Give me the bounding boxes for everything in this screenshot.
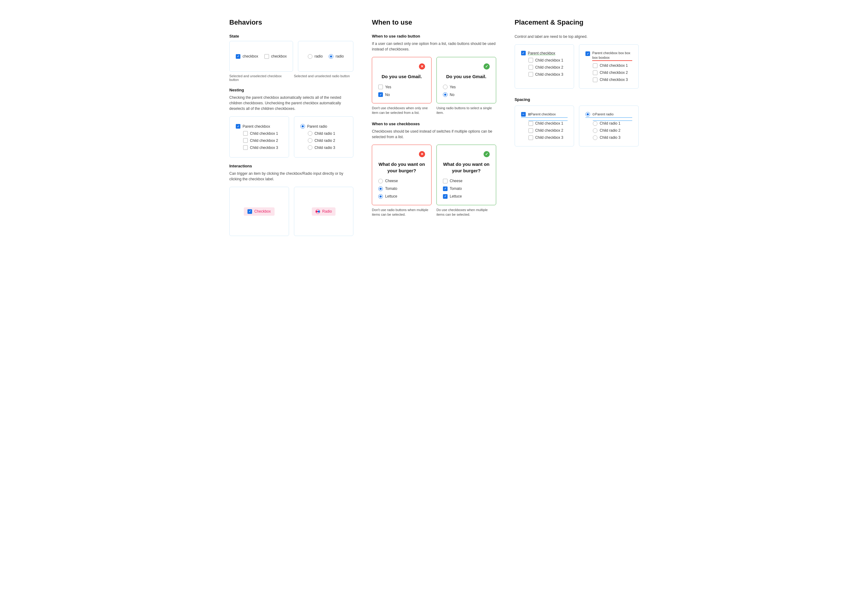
radio-bad-caption: Don't use checkboxes when only one item … (372, 106, 431, 115)
bad-yes[interactable]: Yes (378, 85, 425, 89)
spacing-child-cb-3[interactable]: Child checkbox 3 (528, 135, 568, 140)
placement-child-cb-3-label: Child checkbox 3 (535, 72, 563, 77)
good-cheese-icon[interactable] (443, 179, 448, 183)
radio-selected-label: radio (335, 54, 344, 59)
placement-overflow-child-2[interactable]: Child checkbox 2 (593, 70, 632, 75)
child-radio-2-icon[interactable] (308, 138, 313, 143)
radio-bad-header: ✕ (378, 64, 425, 70)
placement-child-cb-3[interactable]: Child checkbox 3 (528, 72, 568, 77)
bad-no-icon[interactable] (378, 92, 383, 97)
bad-lettuce-icon[interactable] (378, 194, 383, 199)
placement-child-cb-2[interactable]: Child checkbox 2 (528, 65, 568, 70)
child-checkbox-2-label: Child checkbox 2 (250, 138, 278, 143)
bad-cheese[interactable]: Cheese (378, 179, 425, 183)
checkbox-interaction[interactable]: Checkbox (244, 208, 274, 216)
spacing-child-radio-3-icon[interactable] (593, 135, 598, 140)
checkbox-good-box: ✓ What do you want on your burger? Chees… (437, 145, 496, 205)
radio-unselected[interactable]: radio (308, 54, 323, 59)
spacing-parent-cb-icon[interactable] (521, 112, 526, 117)
spacing-child-cb-2-icon[interactable] (528, 128, 533, 133)
radio-good-options: Yes No (443, 85, 490, 97)
checkbox-unchecked[interactable]: checkbox (264, 54, 287, 59)
spacing-boxes: ⊞Parent checkbox Child checkbox 1 (514, 106, 639, 147)
radio-use-captions: Don't use checkboxes when only one item … (372, 106, 496, 115)
good-yes[interactable]: Yes (443, 85, 490, 89)
placement-parent-cb[interactable]: Parent checkbox (521, 51, 568, 55)
good-cheese[interactable]: Cheese (443, 179, 490, 183)
radio-interaction[interactable]: Radio (312, 208, 335, 216)
checkbox-unchecked-icon[interactable] (264, 54, 269, 59)
good-tomato-label: Tomato (450, 186, 462, 191)
checkbox-interaction-icon[interactable] (247, 209, 252, 214)
good-no-icon[interactable] (443, 92, 448, 97)
radio-state-caption: Selected and unselected radio button (294, 74, 354, 82)
child-checkbox-1-icon[interactable] (243, 131, 248, 136)
checkbox-children: Child checkbox 1 Child checkbox 2 Child … (243, 131, 278, 150)
bad-cheese-icon[interactable] (378, 179, 383, 183)
good-no[interactable]: No (443, 92, 490, 97)
radio-selected-icon[interactable] (329, 54, 333, 59)
spacing-child-radio-1[interactable]: Child radio 1 (593, 121, 632, 126)
good-tomato[interactable]: Tomato (443, 186, 490, 191)
spacing-child-cb-3-icon[interactable] (528, 135, 533, 140)
child-checkbox-2[interactable]: Child checkbox 2 (243, 138, 278, 143)
bad-lettuce[interactable]: Lettuce (378, 194, 425, 199)
placement-overflow-parent-icon[interactable] (586, 52, 590, 56)
spacing-parent-radio-icon[interactable] (586, 112, 590, 117)
good-yes-icon[interactable] (443, 85, 448, 89)
placement-child-cb-3-icon[interactable] (528, 72, 533, 77)
radio-selected[interactable]: radio (329, 54, 344, 59)
radio-bad-question: Do you use Gmail. (378, 73, 425, 80)
placement-overflow-child-3-icon[interactable] (593, 77, 598, 82)
placement-overflow-child-3[interactable]: Child checkbox 3 (593, 77, 632, 82)
placement-overflow-child-2-icon[interactable] (593, 70, 598, 75)
bad-tomato-icon[interactable] (378, 186, 383, 191)
parent-radio-icon[interactable] (300, 124, 305, 129)
spacing-child-cb-1-icon[interactable] (528, 121, 533, 126)
placement-parent-cb-icon[interactable] (521, 51, 526, 55)
bad-no[interactable]: No (378, 92, 425, 97)
checkbox-checked-icon[interactable] (236, 54, 240, 59)
placement-parent-cb-label: Parent checkbox (528, 51, 555, 55)
child-checkbox-3-icon[interactable] (243, 145, 248, 150)
good-lettuce-icon[interactable] (443, 194, 448, 199)
spacing-parent-cb[interactable]: ⊞Parent checkbox (521, 112, 568, 117)
child-radio-3-icon[interactable] (308, 145, 313, 150)
parent-checkbox[interactable]: Parent checkbox (236, 124, 278, 129)
parent-checkbox-icon[interactable] (236, 124, 240, 129)
checkbox-checked[interactable]: checkbox (236, 54, 258, 59)
spacing-child-radio-1-icon[interactable] (593, 121, 598, 126)
spacing-child-cb-3-label: Child checkbox 3 (535, 135, 563, 140)
child-radio-3[interactable]: Child radio 3 (308, 145, 335, 150)
placement-child-cb-1-icon[interactable] (528, 58, 533, 62)
placement-overflow-child-1[interactable]: Child checkbox 1 (593, 64, 632, 68)
radio-state-box: radio radio (298, 41, 354, 72)
spacing-child-radio-2-icon[interactable] (593, 128, 598, 133)
child-radio-2[interactable]: Child radio 2 (308, 138, 335, 143)
child-checkbox-2-icon[interactable] (243, 138, 248, 143)
spacing-parent-radio[interactable]: ⊙Parent radio (586, 112, 632, 117)
bad-yes-icon[interactable] (378, 85, 383, 89)
bad-tomato[interactable]: Tomato (378, 186, 425, 191)
radio-interaction-icon[interactable] (316, 209, 320, 214)
radio-unselected-icon[interactable] (308, 54, 313, 59)
placement-child-cb-2-icon[interactable] (528, 65, 533, 70)
spacing-child-cb-2[interactable]: Child checkbox 2 (528, 128, 568, 133)
placement-overflow-parent[interactable]: Parent checkbox box box box boxbox (586, 51, 632, 61)
spacing-child-radio-3[interactable]: Child radio 3 (593, 135, 632, 140)
spacing-child-cb-1[interactable]: Child checkbox 1 (528, 121, 568, 126)
child-checkbox-1[interactable]: Child checkbox 1 (243, 131, 278, 136)
placement-overflow-child-1-icon[interactable] (593, 64, 598, 68)
child-checkbox-3[interactable]: Child checkbox 3 (243, 145, 278, 150)
child-radio-1[interactable]: Child radio 1 (308, 131, 335, 136)
spacing-child-radio-2[interactable]: Child radio 2 (593, 128, 632, 133)
placement-child-cb-1[interactable]: Child checkbox 1 (528, 58, 568, 62)
spacing-radio-parent-wrapper: ⊙Parent radio (586, 112, 632, 118)
placement-description: Control and label are need to be top ali… (514, 34, 639, 39)
parent-radio[interactable]: Parent radio (300, 124, 335, 129)
parent-checkbox-label: Parent checkbox (243, 124, 270, 129)
radio-interaction-box: Radio (294, 187, 354, 236)
good-tomato-icon[interactable] (443, 186, 448, 191)
child-radio-1-icon[interactable] (308, 131, 313, 136)
good-lettuce[interactable]: Lettuce (443, 194, 490, 199)
